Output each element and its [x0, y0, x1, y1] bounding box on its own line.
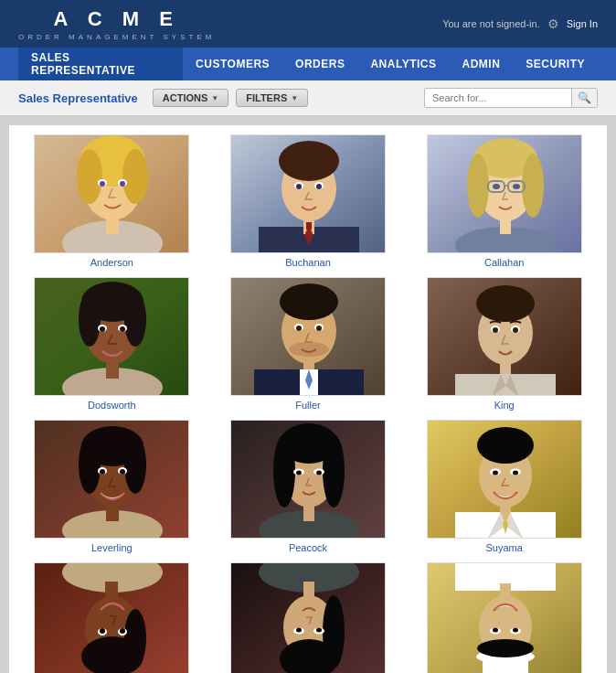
person-photo-callahan: [427, 134, 582, 253]
toolbar: Sales Representative ACTIONS ▼ FILTERS ▼…: [0, 80, 616, 116]
person-photo-leverling: [34, 420, 189, 539]
svg-rect-89: [303, 505, 314, 521]
search-button[interactable]: 🔍: [571, 89, 597, 107]
actions-dropdown-arrow: ▼: [211, 94, 218, 102]
svg-point-4: [122, 149, 148, 204]
svg-point-82: [273, 434, 295, 507]
svg-point-118: [316, 628, 322, 633]
svg-point-13: [279, 141, 339, 181]
logo: A C M E ORDER MANAGEMENT SYSTEM: [18, 7, 215, 41]
app-header: A C M E ORDER MANAGEMENT SYSTEM You are …: [0, 0, 616, 48]
person-card-leverling[interactable]: Leverling: [18, 420, 206, 553]
sign-in-link[interactable]: Sign In: [567, 18, 598, 29]
svg-rect-33: [500, 218, 511, 234]
person-card-buchanan[interactable]: Buchanan: [215, 134, 402, 268]
svg-point-52: [316, 326, 322, 331]
person-name-leverling: Leverling: [91, 542, 133, 553]
person-card-callahan[interactable]: Callahan: [410, 134, 598, 268]
person-photo-fuller: [230, 277, 386, 396]
person-name-fuller: Fuller: [295, 400, 321, 411]
nav-item-orders[interactable]: ORDERS: [282, 48, 357, 80]
svg-point-7: [100, 181, 105, 187]
svg-point-30: [493, 184, 500, 189]
header-auth: You are not signed-in. ⚙ Sign In: [442, 16, 598, 31]
person-card-fuller[interactable]: Fuller: [215, 277, 402, 411]
svg-point-108: [120, 628, 125, 634]
gear-icon[interactable]: ⚙: [547, 16, 559, 31]
svg-rect-78: [106, 503, 119, 521]
svg-point-86: [296, 471, 302, 475]
persons-grid: Anderson: [18, 134, 598, 673]
svg-point-63: [513, 327, 518, 333]
svg-point-126: [477, 639, 534, 657]
svg-point-72: [124, 435, 146, 494]
svg-point-105: [124, 609, 146, 668]
person-photo-dodsworth: [34, 277, 189, 396]
svg-point-42: [120, 326, 125, 332]
svg-point-8: [120, 181, 125, 187]
svg-point-129: [513, 628, 518, 633]
filters-button[interactable]: FILTERS ▼: [236, 89, 308, 107]
filters-dropdown-arrow: ▼: [291, 94, 298, 102]
svg-point-37: [79, 292, 101, 347]
svg-point-109: [100, 628, 105, 634]
person-card-row4-1[interactable]: Leverling: [18, 562, 206, 673]
svg-point-75: [100, 469, 105, 475]
svg-point-47: [280, 283, 338, 320]
svg-point-96: [513, 471, 518, 475]
logo-title: A C M E: [54, 7, 180, 31]
person-photo-row4-2: [230, 562, 386, 673]
svg-point-31: [513, 184, 520, 189]
person-photo-king: [427, 277, 582, 396]
nav-item-security[interactable]: SECURITY: [513, 48, 598, 80]
svg-rect-121: [303, 582, 314, 598]
search-container: 🔍: [424, 88, 598, 108]
nav-item-customers[interactable]: CUSTOMERS: [183, 48, 282, 80]
nav-item-analytics[interactable]: ANALYTICS: [357, 48, 449, 80]
svg-point-17: [316, 184, 322, 189]
svg-point-51: [296, 326, 302, 331]
person-name-peacock: Peacock: [289, 542, 327, 553]
svg-point-16: [296, 184, 302, 189]
content-area: Anderson: [9, 125, 607, 673]
person-card-peacock[interactable]: Peacock: [215, 420, 402, 553]
person-card-king[interactable]: King: [410, 277, 598, 411]
search-input[interactable]: [425, 90, 571, 106]
svg-rect-111: [105, 582, 118, 600]
person-card-row4-2[interactable]: Peacock: [215, 562, 402, 673]
svg-point-119: [296, 628, 302, 633]
svg-point-38: [124, 292, 146, 347]
svg-point-48: [289, 342, 329, 357]
main-nav: SALES REPRESENTATIVE CUSTOMERS ORDERS AN…: [0, 48, 616, 80]
actions-button[interactable]: ACTIONS ▼: [153, 89, 228, 107]
svg-point-25: [467, 154, 489, 218]
person-photo-suyama: [427, 420, 582, 539]
svg-rect-44: [106, 360, 119, 379]
svg-point-71: [79, 435, 101, 494]
person-photo-row4-3: [427, 562, 582, 673]
person-card-suyama[interactable]: Suyama: [410, 420, 598, 553]
person-name-suyama: Suyama: [485, 542, 522, 553]
person-card-dodsworth[interactable]: Dodsworth: [18, 277, 206, 411]
logo-subtitle: ORDER MANAGEMENT SYSTEM: [18, 33, 215, 41]
person-card-anderson[interactable]: Anderson: [18, 134, 206, 268]
nav-item-admin[interactable]: ADMIN: [449, 48, 513, 80]
person-name-anderson: Anderson: [90, 257, 133, 268]
svg-point-83: [323, 434, 345, 507]
person-card-row4-3[interactable]: Suyama: [410, 562, 598, 673]
person-name-king: King: [494, 400, 515, 411]
person-photo-peacock: [230, 420, 386, 539]
svg-rect-132: [500, 583, 511, 600]
toolbar-title: Sales Representative: [18, 91, 138, 105]
svg-point-87: [316, 471, 322, 475]
nav-item-sales-representative[interactable]: SALES REPRESENTATIVE: [18, 48, 183, 80]
svg-point-59: [476, 285, 535, 322]
svg-point-62: [493, 327, 498, 333]
svg-point-76: [120, 469, 125, 475]
person-photo-row4-1: [34, 562, 189, 673]
auth-status: You are not signed-in.: [442, 18, 540, 29]
person-photo-buchanan: [230, 134, 386, 253]
svg-rect-10: [106, 216, 119, 234]
person-name-buchanan: Buchanan: [285, 257, 331, 268]
person-name-dodsworth: Dodsworth: [88, 400, 136, 411]
